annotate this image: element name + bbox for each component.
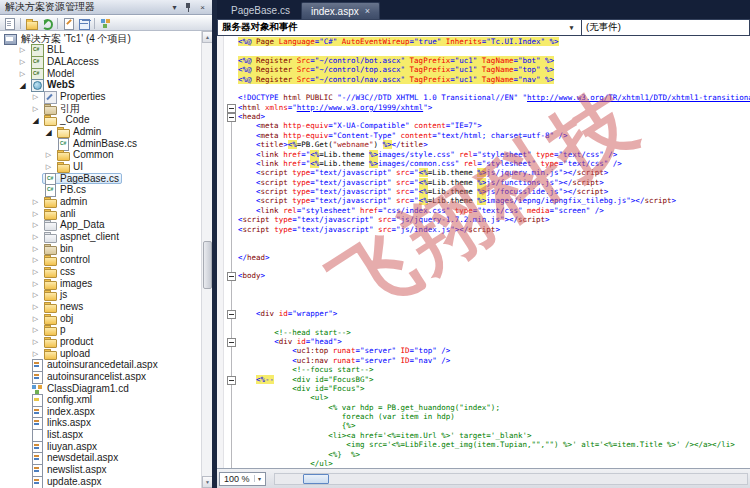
tree-item[interactable]: liuyan.aspx <box>0 441 201 453</box>
tree-item[interactable]: ◢Admin <box>0 126 201 138</box>
tree-item[interactable]: ▷anli <box>0 208 201 220</box>
collapsed-arrow-icon[interactable]: ▷ <box>29 245 42 253</box>
tab-pagebase-cs[interactable]: PageBase.cs <box>222 2 299 19</box>
proj-icon <box>30 56 45 68</box>
tree-item[interactable]: ▷DALAccess <box>0 56 201 68</box>
tree-item[interactable]: ClassDiagram1.cd <box>0 383 201 395</box>
refresh-icon[interactable] <box>40 17 53 30</box>
tree-item[interactable]: ▷admin <box>0 196 201 208</box>
collapsed-arrow-icon[interactable]: ▷ <box>42 151 55 159</box>
view-code-icon[interactable] <box>62 17 75 30</box>
tree-item[interactable]: ▷upload <box>0 348 201 360</box>
tree-item[interactable]: ▷App_Data <box>0 220 201 232</box>
tree-item[interactable]: list.aspx <box>0 429 201 441</box>
collapsed-arrow-icon[interactable]: ▷ <box>29 256 42 264</box>
horizontal-scrollbar-thumb[interactable] <box>303 474 329 484</box>
tree-item[interactable]: ▷aspnet_client <box>0 231 201 243</box>
tree-item[interactable]: ▷Model <box>0 68 201 80</box>
tree-item[interactable]: PB.cs <box>0 185 201 197</box>
collapsed-arrow-icon[interactable]: ▷ <box>29 303 42 311</box>
aspx-icon <box>30 371 45 383</box>
fold-collapse-icon[interactable] <box>225 309 238 318</box>
tree-item-content: liuyan.aspx <box>29 441 100 452</box>
tree-item[interactable]: ▷引用 <box>0 103 201 115</box>
collapsed-arrow-icon[interactable]: ▷ <box>29 105 42 113</box>
collapsed-arrow-icon[interactable]: ▷ <box>29 291 42 299</box>
zoom-control[interactable]: 100 % ▾ <box>219 472 266 486</box>
collapsed-arrow-icon[interactable]: ▷ <box>29 210 42 218</box>
tree-item[interactable]: newslist.aspx <box>0 464 201 476</box>
tree-item[interactable]: ▷images <box>0 278 201 290</box>
tree-item[interactable]: index.aspx <box>0 406 201 418</box>
tree-item[interactable]: PageBase.cs <box>0 173 201 185</box>
scrollbar-thumb[interactable] <box>203 241 212 289</box>
tree-item[interactable]: ▷obj <box>0 313 201 325</box>
tree-item[interactable]: newsdetail.aspx <box>0 453 201 465</box>
collapsed-arrow-icon[interactable]: ▷ <box>29 326 42 334</box>
tree-item[interactable]: ◢WebS <box>0 80 201 92</box>
tree-item[interactable]: ▷js <box>0 289 201 301</box>
tree-item[interactable]: ▷Common <box>0 150 201 162</box>
show-all-files-icon[interactable] <box>25 17 38 30</box>
expanded-arrow-icon[interactable]: ◢ <box>16 81 29 90</box>
collapsed-arrow-icon[interactable]: ▷ <box>29 280 42 288</box>
collapsed-arrow-icon[interactable]: ▷ <box>29 93 42 101</box>
fold-collapse-icon[interactable] <box>225 103 238 112</box>
tree-item[interactable]: autoinsurancelist.aspx <box>0 371 201 383</box>
expanded-arrow-icon[interactable]: ◢ <box>29 116 42 125</box>
collapsed-arrow-icon[interactable]: ▷ <box>29 350 42 358</box>
collapsed-arrow-icon[interactable]: ▷ <box>29 338 42 346</box>
fold-margin <box>225 140 238 149</box>
class-diagram-icon[interactable] <box>99 17 112 30</box>
tree-item[interactable]: autoinsurancedetail.aspx <box>0 359 201 371</box>
fold-margin <box>225 450 238 459</box>
tree-item[interactable]: ▷p <box>0 324 201 336</box>
collapsed-arrow-icon[interactable]: ▷ <box>29 221 42 229</box>
tree-item[interactable]: update.aspx <box>0 476 201 488</box>
events-dropdown[interactable]: (无事件) <box>582 20 749 35</box>
fold-collapse-icon[interactable] <box>225 271 238 280</box>
tree-item[interactable]: ▷UI <box>0 161 201 173</box>
tree-item-content: autoinsurancelist.aspx <box>29 371 149 382</box>
collapsed-arrow-icon[interactable]: ▷ <box>16 70 29 78</box>
tree-item[interactable]: 解决方案 'Tc1' (4 个项目) <box>0 33 201 45</box>
collapsed-arrow-icon[interactable]: ▷ <box>29 268 42 276</box>
collapsed-arrow-icon[interactable]: ▷ <box>42 163 55 171</box>
tree-item[interactable]: ▷Properties <box>0 91 201 103</box>
close-tab-icon[interactable]: × <box>365 7 370 16</box>
tab-index-aspx[interactable]: index.aspx × <box>301 2 380 19</box>
close-panel-icon[interactable]: × <box>196 2 209 13</box>
properties-icon[interactable] <box>3 17 16 30</box>
fold-collapse-icon[interactable] <box>225 112 238 121</box>
tree-item[interactable]: AdminBase.cs <box>0 138 201 150</box>
window-menu-chevron-icon[interactable]: ▾ <box>168 2 181 13</box>
view-designer-icon[interactable] <box>77 17 90 30</box>
expanded-arrow-icon[interactable]: ◢ <box>42 128 55 137</box>
tree-scrollbar[interactable]: ▲ ▼ <box>201 31 212 488</box>
collapsed-arrow-icon[interactable]: ▷ <box>16 58 29 66</box>
solution-tree[interactable]: 解决方案 'Tc1' (4 个项目)▷BLL▷DALAccess▷Model◢W… <box>0 31 201 488</box>
fold-collapse-icon[interactable] <box>225 375 238 384</box>
tree-item-label: p <box>60 325 66 335</box>
tree-item-label: AdminBase.cs <box>73 139 137 149</box>
horizontal-scrollbar[interactable] <box>274 473 748 485</box>
solution-icon <box>4 33 19 45</box>
tree-item[interactable]: ▷news <box>0 301 201 313</box>
collapsed-arrow-icon[interactable]: ▷ <box>29 198 42 206</box>
fold-collapse-icon[interactable] <box>225 337 238 346</box>
pin-icon[interactable] <box>182 2 195 13</box>
code-editor[interactable]: <%@ Page Language="C#" AutoEventWireup="… <box>217 36 750 468</box>
tree-item[interactable]: ▷bin <box>0 243 201 255</box>
tree-item[interactable]: ◢_Code <box>0 115 201 127</box>
tree-item[interactable]: ▷BLL <box>0 45 201 57</box>
collapsed-arrow-icon[interactable]: ▷ <box>29 233 42 241</box>
tree-item[interactable]: config.xml <box>0 394 201 406</box>
collapsed-arrow-icon[interactable]: ▷ <box>16 46 29 54</box>
tree-item[interactable]: links.aspx <box>0 418 201 430</box>
tree-item[interactable]: ▷css <box>0 266 201 278</box>
tree-item[interactable]: ▷control <box>0 254 201 266</box>
tree-item[interactable]: ▷product <box>0 336 201 348</box>
collapsed-arrow-icon[interactable]: ▷ <box>29 315 42 323</box>
tree-item-content: admin <box>42 197 90 208</box>
objects-dropdown[interactable]: 服务器对象和事件 ▾ <box>218 20 581 35</box>
